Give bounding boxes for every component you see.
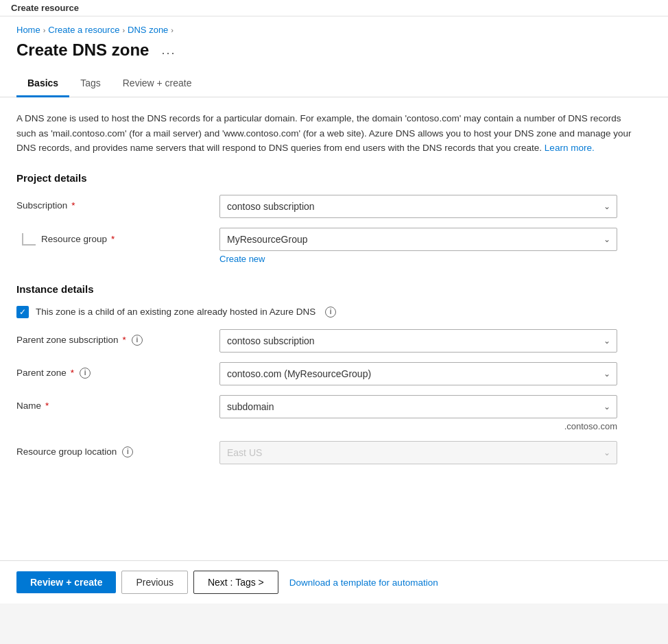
parent-zone-sub-required: * (123, 335, 126, 345)
subscription-required: * (71, 200, 75, 211)
name-suffix: .contoso.com (564, 421, 617, 431)
tab-basics[interactable]: Basics (16, 71, 69, 97)
subscription-control: contoso subscription ⌄ (219, 195, 617, 218)
parent-zone-subscription-row: Parent zone subscription * i contoso sub… (16, 329, 652, 353)
page-title: Create DNS zone (16, 40, 149, 60)
breadcrumb-sep-2: › (122, 26, 125, 34)
child-zone-checkbox-row: ✓ This zone is a child of an existing zo… (16, 306, 652, 318)
resource-group-label: Resource group (41, 234, 107, 244)
parent-zone-sub-info-icon[interactable]: i (132, 335, 143, 346)
breadcrumb-home[interactable]: Home (16, 25, 40, 35)
top-bar-title: Create resource (11, 3, 79, 13)
resource-group-location-label: Resource group location i (16, 441, 208, 457)
review-create-button[interactable]: Review + create (16, 571, 116, 593)
name-label: Name * (16, 395, 208, 411)
learn-more-link[interactable]: Learn more. (545, 143, 595, 153)
previous-button[interactable]: Previous (121, 571, 187, 594)
project-details-section: Project details Subscription* contoso su… (16, 172, 652, 264)
resource-group-location-control: East US ⌄ (219, 441, 617, 464)
tabs-container: Basics Tags Review + create (0, 71, 668, 97)
description-text: A DNS zone is used to host the DNS recor… (16, 111, 634, 156)
parent-zone-select[interactable]: contoso.com (MyResourceGroup) (219, 362, 617, 385)
create-new-link[interactable]: Create new (219, 254, 265, 264)
subscription-select[interactable]: contoso subscription (219, 195, 617, 218)
instance-details-title: Instance details (16, 283, 652, 295)
project-details-title: Project details (16, 172, 652, 184)
name-input[interactable] (219, 395, 617, 418)
parent-zone-required: * (71, 368, 74, 378)
breadcrumb: Home › Create a resource › DNS zone › (0, 16, 668, 38)
tab-tags[interactable]: Tags (69, 71, 112, 97)
subscription-row: Subscription* contoso subscription ⌄ (16, 195, 652, 218)
parent-zone-label: Parent zone * i (16, 362, 208, 379)
child-zone-label: This zone is a child of an existing zone… (36, 307, 315, 317)
name-row: Name * ⌄ .contoso.com (16, 395, 652, 431)
resource-group-location-row: Resource group location i East US ⌄ (16, 441, 652, 464)
parent-zone-subscription-control: contoso subscription ⌄ (219, 329, 617, 353)
rg-location-info-icon[interactable]: i (122, 446, 133, 457)
name-required: * (45, 401, 49, 411)
checkmark-icon: ✓ (19, 308, 26, 316)
parent-zone-subscription-label: Parent zone subscription * i (16, 329, 208, 346)
parent-zone-row: Parent zone * i contoso.com (MyResourceG… (16, 362, 652, 385)
resource-group-select[interactable]: MyResourceGroup (219, 228, 617, 251)
breadcrumb-create-resource[interactable]: Create a resource (48, 25, 119, 35)
bottom-bar: Review + create Previous Next : Tags > D… (0, 560, 668, 604)
child-zone-info-icon[interactable]: i (325, 307, 336, 318)
breadcrumb-sep-3: › (171, 26, 174, 34)
tab-review-create[interactable]: Review + create (112, 71, 203, 97)
child-zone-checkbox[interactable]: ✓ (16, 306, 29, 318)
parent-zone-info-icon[interactable]: i (80, 368, 91, 379)
parent-zone-control: contoso.com (MyResourceGroup) ⌄ (219, 362, 617, 385)
instance-details-section: Instance details ✓ This zone is a child … (16, 283, 652, 464)
subscription-label: Subscription* (16, 195, 208, 211)
parent-zone-subscription-select[interactable]: contoso subscription (219, 329, 617, 353)
resource-group-required: * (111, 234, 115, 244)
resource-group-location-select: East US (219, 441, 617, 464)
resource-group-control: MyResourceGroup ⌄ (219, 228, 617, 251)
breadcrumb-dns-zone[interactable]: DNS zone (128, 25, 168, 35)
ellipsis-button[interactable]: ... (157, 42, 180, 59)
next-button[interactable]: Next : Tags > (193, 571, 278, 594)
automation-link[interactable]: Download a template for automation (289, 577, 438, 588)
breadcrumb-sep-1: › (43, 26, 46, 34)
name-control: ⌄ .contoso.com (219, 395, 617, 431)
